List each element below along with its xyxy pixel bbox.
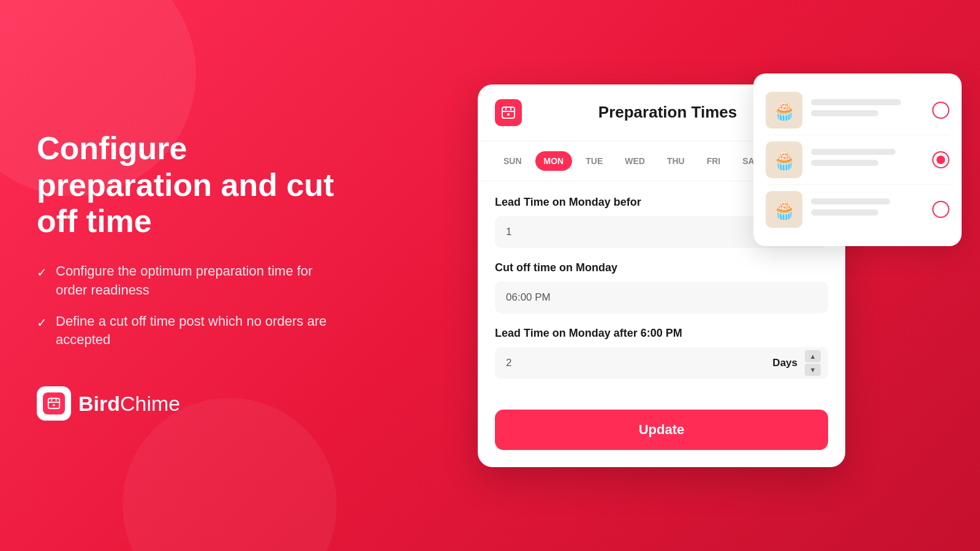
product-item-3: 🧁 bbox=[766, 185, 949, 234]
app-logo-icon bbox=[495, 99, 522, 126]
product-card: 🧁 🧁 🧁 bbox=[753, 73, 962, 246]
tab-fri[interactable]: FRI bbox=[698, 151, 729, 171]
cutoff-label: Cut off time on Monday bbox=[495, 261, 828, 274]
brand: BirdChime bbox=[37, 386, 343, 421]
brand-name-bold: Bird bbox=[78, 392, 120, 415]
product-lines-1 bbox=[811, 99, 924, 121]
product-item-2: 🧁 bbox=[766, 135, 949, 185]
feature-list: ✓ Configure the optimum preparation time… bbox=[37, 262, 343, 350]
stepper: ▲ ▼ bbox=[805, 350, 821, 377]
update-button[interactable]: Update bbox=[495, 410, 828, 450]
tab-tue[interactable]: TUE bbox=[577, 151, 611, 171]
days-unit: Days bbox=[765, 357, 805, 369]
radio-1[interactable] bbox=[932, 102, 949, 119]
brand-text: BirdChime bbox=[78, 392, 180, 416]
radio-3[interactable] bbox=[932, 201, 949, 218]
svg-point-3 bbox=[507, 113, 510, 116]
stepper-down[interactable]: ▼ bbox=[805, 364, 821, 376]
product-lines-3 bbox=[811, 198, 924, 220]
page-layout: Configure preparation and cut off time ✓… bbox=[0, 0, 980, 551]
app-title: Preparation Times bbox=[598, 103, 737, 122]
brand-logo-icon bbox=[43, 392, 65, 414]
tab-thu[interactable]: THU bbox=[658, 151, 693, 171]
feature-text-2: Define a cut off time post which no orde… bbox=[56, 312, 343, 350]
cutoff-input[interactable] bbox=[495, 282, 828, 313]
feature-item-1: ✓ Configure the optimum preparation time… bbox=[37, 262, 343, 300]
feature-text-1: Configure the optimum preparation time f… bbox=[56, 262, 343, 300]
svg-rect-0 bbox=[48, 399, 59, 409]
feature-item-2: ✓ Define a cut off time post which no or… bbox=[37, 312, 343, 350]
svg-rect-2 bbox=[502, 107, 514, 118]
main-title: Configure preparation and cut off time bbox=[37, 130, 343, 240]
product-image-3: 🧁 bbox=[766, 191, 802, 228]
tab-sun[interactable]: SUN bbox=[495, 151, 530, 171]
brand-logo bbox=[37, 386, 71, 421]
brand-name-normal: Chime bbox=[120, 392, 180, 415]
product-image-1: 🧁 bbox=[766, 92, 802, 129]
product-image-2: 🧁 bbox=[766, 141, 802, 178]
product-lines-2 bbox=[811, 149, 924, 171]
tab-wed[interactable]: WED bbox=[616, 151, 654, 171]
check-icon-2: ✓ bbox=[37, 314, 47, 331]
lead-time-after-label: Lead Time on Monday after 6:00 PM bbox=[495, 327, 828, 340]
svg-point-1 bbox=[53, 404, 55, 407]
lead-time-after-input[interactable] bbox=[495, 347, 765, 379]
stepper-up[interactable]: ▲ bbox=[805, 350, 821, 362]
left-panel: Configure preparation and cut off time ✓… bbox=[37, 130, 343, 421]
radio-2[interactable] bbox=[932, 151, 949, 168]
check-icon-1: ✓ bbox=[37, 264, 47, 281]
tab-mon[interactable]: MON bbox=[535, 151, 573, 171]
right-panel: Preparation Times SUN MON TUE WED THU FR… bbox=[380, 43, 943, 508]
lead-time-after-field: Days ▲ ▼ bbox=[495, 347, 828, 379]
product-item-1: 🧁 bbox=[766, 86, 949, 135]
